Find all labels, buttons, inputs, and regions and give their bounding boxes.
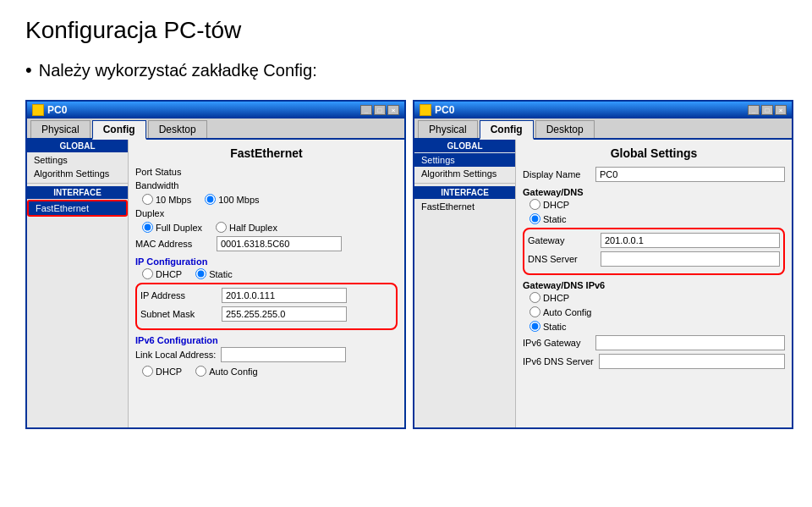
bandwidth-radio-row: 10 Mbps 100 Mbps [142, 194, 398, 205]
tab-physical-right[interactable]: Physical [418, 120, 478, 138]
display-name-input[interactable] [595, 167, 785, 182]
panels-container: PC0 _ □ × Physical Config Desktop GLOBAL… [25, 100, 787, 429]
gateway-circled: Gateway DNS Server [523, 228, 785, 275]
subnet-input[interactable] [222, 306, 347, 322]
global-label-right: GLOBAL [414, 140, 515, 152]
dhcp-option[interactable]: DHCP [142, 268, 182, 279]
tab-physical-left[interactable]: Physical [30, 120, 91, 138]
display-name-row: Display Name [523, 167, 785, 182]
ipv6-gateway-row: IPv6 Gateway [523, 335, 785, 350]
auto-config-option[interactable]: Auto Config [195, 366, 257, 377]
bw-100-option[interactable]: 100 Mbps [205, 194, 259, 205]
link-local-input[interactable] [221, 347, 346, 362]
bw-10-option[interactable]: 10 Mbps [142, 194, 191, 205]
ipv6-auto-radio-row: Auto Config [529, 306, 785, 317]
full-duplex-radio[interactable] [142, 222, 153, 233]
window-right-titlebar: PC0 _ □ × [414, 102, 792, 118]
sidebar-right: GLOBAL Settings Algorithm Settings INTER… [414, 140, 516, 427]
bw-10-label: 10 Mbps [156, 195, 191, 205]
maximize-button-right[interactable]: □ [761, 105, 773, 115]
sidebar-algorithm-left[interactable]: Algorithm Settings [27, 167, 128, 180]
auto-config-radio[interactable] [195, 366, 206, 377]
bw-10-radio[interactable] [142, 194, 153, 205]
sidebar-settings-right[interactable]: Settings [414, 153, 515, 167]
sidebar-settings-left[interactable]: Settings [27, 153, 128, 167]
gateway-radio-row: DHCP [529, 199, 785, 210]
gateway-label: Gateway [528, 235, 595, 245]
dhcp6-option[interactable]: DHCP [142, 366, 182, 377]
ipv6-config-radio-row: DHCP Auto Config [142, 366, 398, 377]
bullet-icon: • [25, 59, 32, 81]
ipv6-dhcp-radio[interactable] [529, 292, 540, 303]
ipv6-static-label: Static [543, 322, 567, 332]
window-left-controls[interactable]: _ □ × [360, 105, 399, 115]
full-duplex-option[interactable]: Full Duplex [142, 222, 202, 233]
ip-address-input[interactable] [222, 288, 347, 303]
tab-desktop-right[interactable]: Desktop [535, 120, 595, 138]
static-option[interactable]: Static [195, 268, 233, 279]
tab-config-left[interactable]: Config [92, 120, 146, 140]
gateway-static-radio[interactable] [529, 213, 540, 224]
gateway-static-option[interactable]: Static [529, 213, 567, 224]
dns-server-input[interactable] [601, 251, 780, 267]
window-right-controls[interactable]: _ □ × [748, 105, 787, 115]
dhcp-radio[interactable] [142, 268, 153, 279]
window-left-titlebar: PC0 _ □ × [27, 102, 404, 118]
ipv6-dhcp-option[interactable]: DHCP [529, 292, 569, 303]
dhcp6-radio[interactable] [142, 366, 153, 377]
window-right-body: GLOBAL Settings Algorithm Settings INTER… [414, 140, 792, 427]
sidebar-algorithm-right[interactable]: Algorithm Settings [414, 167, 515, 180]
ipv6-static-radio-row: Static [529, 321, 785, 332]
half-duplex-option[interactable]: Half Duplex [216, 222, 277, 233]
ip-address-label: IP Address [140, 290, 217, 300]
port-status-label: Port Status [135, 167, 211, 177]
link-local-row: Link Local Address: [135, 347, 398, 362]
maximize-button[interactable]: □ [374, 105, 386, 115]
gateway-static-radio-row: Static [529, 213, 785, 224]
gateway-input[interactable] [601, 233, 780, 248]
subnet-row: Subnet Mask [140, 306, 392, 322]
minimize-button[interactable]: _ [360, 105, 372, 115]
global-settings-title: Global Settings [523, 146, 785, 160]
ipv6-static-option[interactable]: Static [529, 321, 567, 332]
duplex-row: Duplex [135, 208, 398, 218]
port-status-row: Port Status [135, 167, 398, 177]
auto-config-label: Auto Config [209, 366, 257, 377]
close-button-right[interactable]: × [775, 105, 787, 115]
close-button[interactable]: × [387, 105, 399, 115]
sidebar-fastethernet-left[interactable]: FastEthernet [27, 200, 128, 217]
half-duplex-radio[interactable] [216, 222, 227, 233]
window-left-icon [32, 104, 44, 116]
main-content-left: FastEthernet Port Status Bandwidth 10 Mb… [129, 140, 404, 427]
ipv6-dns-label: IPv6 DNS Server [523, 356, 594, 366]
full-duplex-label: Full Duplex [156, 223, 202, 233]
mac-input[interactable] [217, 236, 342, 251]
ip-config-header: IP Configuration [135, 256, 398, 267]
sidebar-fastethernet-right[interactable]: FastEthernet [414, 200, 515, 213]
ipv6-dns-input[interactable] [599, 354, 785, 369]
ip-address-row: IP Address [140, 288, 392, 303]
ipv6-auto-radio[interactable] [529, 306, 540, 317]
ipv6-auto-label: Auto Config [543, 307, 591, 317]
ipv6-static-radio[interactable] [529, 321, 540, 332]
ipv6-dhcp-label: DHCP [543, 293, 569, 303]
page-title: Konfiguracja PC-tów [25, 17, 787, 44]
gateway-ipv6-header: Gateway/DNS IPv6 [523, 280, 785, 290]
gateway-row: Gateway [528, 233, 780, 248]
gateway-dhcp-option[interactable]: DHCP [529, 199, 569, 210]
mac-row: MAC Address [135, 236, 398, 251]
static-radio[interactable] [195, 268, 206, 279]
window-right-icon [420, 104, 431, 116]
minimize-button-right[interactable]: _ [748, 105, 760, 115]
bandwidth-row: Bandwidth [135, 180, 398, 190]
tab-desktop-left[interactable]: Desktop [148, 120, 207, 138]
ipv6-gateway-input[interactable] [595, 335, 785, 350]
bw-100-radio[interactable] [205, 194, 216, 205]
window-left: PC0 _ □ × Physical Config Desktop GLOBAL… [25, 100, 406, 429]
bullet-text: Należy wykorzystać zakładkę Config: [39, 61, 317, 80]
tab-config-right[interactable]: Config [480, 120, 534, 140]
ipv6-auto-option[interactable]: Auto Config [529, 306, 591, 317]
ip-config-radio-row: DHCP Static [142, 268, 398, 279]
gateway-dhcp-radio[interactable] [529, 199, 540, 210]
window-right-tabs: Physical Config Desktop [414, 118, 792, 140]
